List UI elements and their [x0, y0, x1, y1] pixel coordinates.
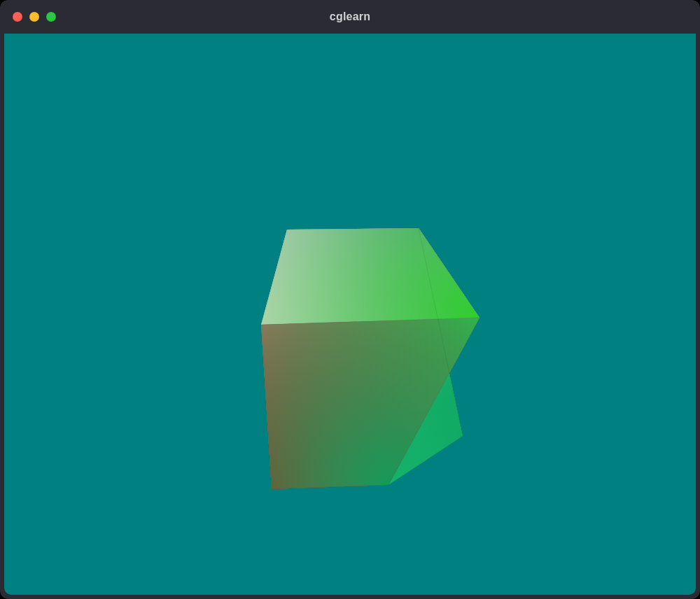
cube-face-front [242, 300, 508, 516]
rendered-cube [4, 34, 696, 595]
titlebar[interactable]: cglearn [0, 0, 700, 34]
title-area: cglearn [0, 10, 700, 23]
minimize-icon[interactable] [29, 12, 39, 22]
zoom-icon[interactable] [46, 12, 56, 22]
svg-rect-18 [242, 300, 508, 516]
window-title: cglearn [330, 10, 370, 23]
close-icon[interactable] [13, 12, 22, 22]
render-viewport[interactable] [4, 34, 696, 595]
traffic-lights [13, 12, 56, 22]
app-window: cglearn [0, 0, 700, 599]
